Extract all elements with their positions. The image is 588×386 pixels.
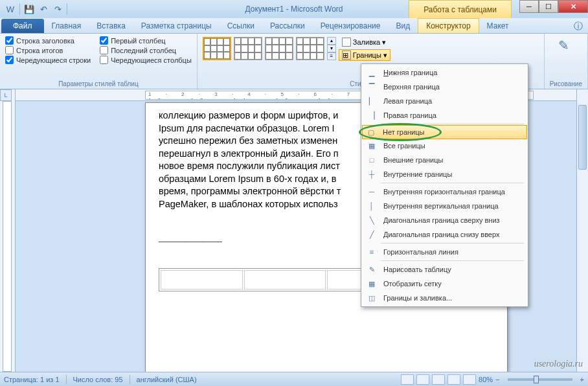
redo-icon[interactable]: ↷ [51, 3, 64, 16]
menu-item-inside-v-border[interactable]: │Внутренняя вертикальная граница [363, 199, 526, 213]
group-label-tso: Параметры стилей таблиц [5, 79, 192, 87]
save-icon[interactable]: 💾 [23, 3, 36, 16]
tab-selector[interactable]: L [0, 89, 12, 101]
checkbox-header-row[interactable]: Строка заголовка [5, 36, 91, 45]
vertical-ruler[interactable]: L [0, 89, 16, 372]
borders-icon: ⊞ [342, 51, 351, 60]
tab-design[interactable]: Конструктор [418, 18, 479, 33]
checkbox-last-column[interactable]: Последний столбец [100, 46, 192, 54]
borders-shading-icon: ◫ [365, 292, 378, 304]
ribbon-tabs: Файл Главная Вставка Разметка страницы С… [0, 18, 588, 34]
border-diag-down-icon: ╲ [365, 214, 378, 226]
border-top-icon: ▔ [365, 81, 378, 93]
draw-borders-button[interactable]: ✎ [550, 36, 582, 54]
tab-view[interactable]: Вид [388, 19, 418, 33]
border-inside-icon: ┼ [365, 168, 378, 180]
menu-item-draw-table[interactable]: ✎Нарисовать таблицу [363, 262, 526, 277]
draw-table-icon: ✎ [365, 264, 378, 275]
tab-references[interactable]: Ссылки [220, 19, 262, 33]
border-inside-v-icon: │ [365, 200, 378, 212]
tab-mailings[interactable]: Рассылки [262, 19, 313, 33]
status-page[interactable]: Страница: 1 из 1 [4, 376, 60, 383]
tab-file[interactable]: Файл [1, 19, 44, 33]
scrollbar-thumb[interactable] [578, 105, 587, 170]
menu-item-all-borders[interactable]: ▦Все границы [363, 139, 526, 153]
checkbox-banded-columns[interactable]: Чередующиеся столбцы [100, 56, 192, 64]
checkbox-banded-rows[interactable]: Чередующиеся строки [5, 56, 91, 64]
vertical-scrollbar[interactable] [576, 89, 588, 372]
watermark: userologia.ru [534, 359, 583, 369]
tab-home[interactable]: Главная [44, 19, 89, 33]
borders-dropdown-menu: ▁ННижняя границаижняя граница ▔Верхняя г… [361, 63, 528, 307]
view-print-layout[interactable] [401, 374, 414, 385]
menu-item-right-border[interactable]: ▕Правая граница [363, 108, 526, 122]
minimize-button[interactable]: ─ [519, 0, 539, 13]
border-outside-icon: □ [365, 154, 378, 166]
gridlines-icon: ▦ [365, 278, 378, 290]
table-style-thumb[interactable] [265, 37, 293, 60]
view-full-screen[interactable] [416, 374, 429, 385]
zoom-out-button[interactable]: − [495, 376, 499, 383]
menu-item-diag-up-border[interactable]: ╱Диагональная граница снизу вверх [363, 227, 526, 242]
menu-item-outside-borders[interactable]: □Внешние границы [363, 153, 526, 167]
status-words[interactable]: Число слов: 95 [73, 376, 123, 383]
zoom-slider-thumb[interactable] [534, 376, 539, 383]
horizontal-line-icon: ≡ [365, 246, 378, 258]
view-outline[interactable] [447, 374, 460, 385]
menu-item-top-border[interactable]: ▔Верхняя граница [363, 80, 526, 94]
zoom-label[interactable]: 80% [479, 376, 493, 383]
border-bottom-icon: ▁ [365, 67, 378, 78]
title-bar: W 💾 ↶ ↷ Документ1 - Microsoft Word Работ… [0, 0, 588, 18]
table-style-thumb[interactable] [203, 37, 231, 60]
menu-item-borders-shading[interactable]: ◫Границы и заливка... [363, 291, 526, 305]
pen-icon: ✎ [558, 38, 574, 53]
menu-item-bottom-border[interactable]: ▁ННижняя границаижняя граница [363, 65, 526, 80]
zoom-slider[interactable] [508, 378, 572, 381]
help-icon[interactable]: ⓘ [574, 21, 583, 32]
window-title: Документ1 - Microsoft Word [245, 5, 343, 14]
table-style-thumb[interactable] [234, 37, 262, 60]
tab-page-layout[interactable]: Разметка страницы [133, 19, 220, 33]
tab-insert[interactable]: Вставка [89, 19, 133, 33]
tab-review[interactable]: Рецензирование [313, 19, 389, 33]
maximize-button[interactable]: ☐ [539, 0, 558, 13]
border-all-icon: ▦ [365, 140, 378, 152]
checkbox-total-row[interactable]: Строка итогов [5, 46, 91, 54]
border-inside-h-icon: ─ [365, 186, 378, 198]
menu-item-left-border[interactable]: ▏Левая граница [363, 94, 526, 108]
status-bar: Страница: 1 из 1 Число слов: 95 английск… [0, 372, 588, 386]
border-none-icon: ▢ [365, 126, 378, 138]
contextual-tab-title: Работа с таблицами [409, 0, 512, 18]
view-draft[interactable] [463, 374, 476, 385]
group-table-style-options: Строка заголовка Первый столбец Строка и… [0, 34, 198, 89]
border-diag-up-icon: ╱ [365, 229, 378, 240]
status-language[interactable]: английский (США) [137, 376, 197, 383]
menu-item-inside-h-border[interactable]: ─Внутренняя горизонтальная граница [363, 185, 526, 199]
window-controls: ─ ☐ ✕ [519, 0, 588, 13]
shading-button[interactable]: Заливка▾ [339, 36, 390, 48]
menu-item-diag-down-border[interactable]: ╲Диагональная граница сверху вниз [363, 213, 526, 227]
view-web-layout[interactable] [432, 374, 445, 385]
border-left-icon: ▏ [365, 95, 378, 107]
zoom-in-button[interactable]: + [580, 376, 584, 383]
table-style-gallery[interactable]: ▴▾≡ Заливка▾ ⊞Границы▾ [203, 36, 539, 61]
undo-icon[interactable]: ↶ [37, 3, 50, 16]
checkbox-first-column[interactable]: Первый столбец [100, 36, 192, 45]
group-label-draw: Рисование [550, 79, 582, 87]
close-button[interactable]: ✕ [558, 0, 588, 13]
menu-item-no-border[interactable]: ▢Нет границы [362, 125, 527, 139]
tab-layout[interactable]: Макет [479, 19, 517, 33]
border-right-icon: ▕ [365, 109, 378, 121]
menu-item-inside-borders[interactable]: ┼Внутренние границы [363, 167, 526, 181]
borders-button[interactable]: ⊞Границы▾ [339, 49, 390, 61]
gallery-scroll-arrows[interactable]: ▴▾≡ [327, 37, 336, 60]
word-icon: W [4, 3, 17, 16]
group-draw-borders: ✎ Рисование [545, 34, 588, 89]
table-style-thumb[interactable] [296, 37, 324, 60]
menu-item-horizontal-line[interactable]: ≡Горизонтальная линия [363, 245, 526, 259]
menu-item-view-gridlines[interactable]: ▦Отобразить сетку [363, 277, 526, 291]
quick-access-toolbar: W 💾 ↶ ↷ [0, 3, 69, 16]
